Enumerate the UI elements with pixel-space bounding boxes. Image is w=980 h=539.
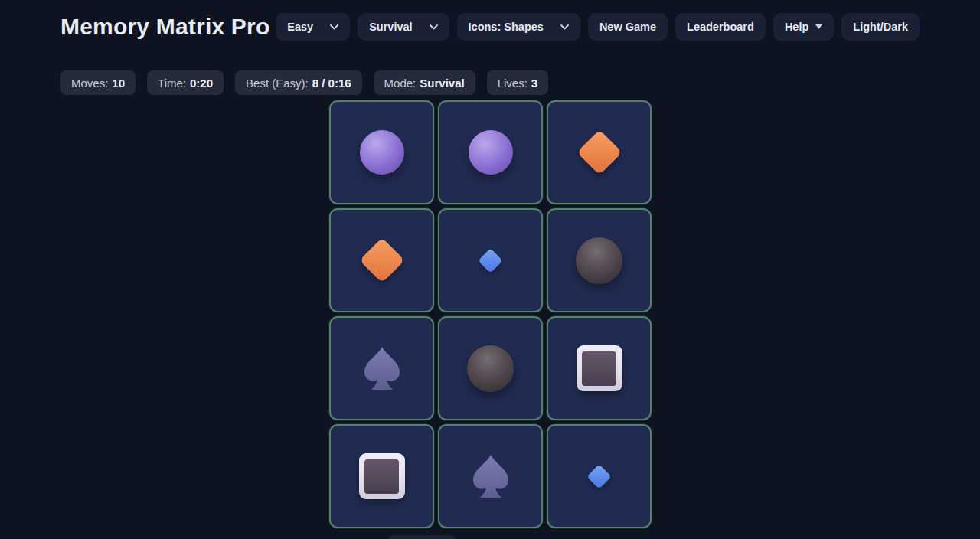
new-game-button[interactable]: New Game [588, 13, 668, 41]
card[interactable] [547, 424, 652, 528]
card[interactable] [438, 316, 543, 420]
orange-diamond-icon [577, 129, 622, 175]
header: Memory Matrix Pro Easy Survival Icons: S… [0, 0, 980, 44]
chevron-down-icon [330, 24, 338, 30]
moves-stat: Moves: 10 [60, 70, 136, 95]
mode-label: Mode: [384, 77, 416, 90]
stats-bar: Moves: 10 Time: 0:20 Best (Easy): 8 / 0:… [0, 70, 980, 95]
chevron-down-icon [430, 24, 438, 30]
white-square-inner [364, 459, 399, 494]
icon-set-select-value: Icons: Shapes [469, 21, 544, 33]
time-label: Time: [158, 77, 186, 90]
time-stat: Time: 0:20 [147, 70, 224, 95]
caret-down-icon [815, 24, 822, 29]
app-title: Memory Matrix Pro [60, 14, 270, 40]
card[interactable] [329, 208, 434, 312]
white-square-icon [359, 453, 405, 499]
card[interactable] [329, 424, 434, 528]
card[interactable] [329, 100, 434, 204]
card[interactable] [547, 316, 652, 420]
best-stat: Best (Easy): 8 / 0:16 [235, 70, 362, 95]
spade-icon [358, 344, 407, 393]
white-square-inner [582, 351, 616, 386]
lives-label: Lives: [498, 77, 528, 90]
lives-value: 3 [531, 77, 537, 90]
difficulty-select[interactable]: Easy [276, 13, 350, 41]
mode-value: Survival [420, 77, 464, 90]
card[interactable] [329, 316, 434, 420]
lives-stat: Lives: 3 [487, 70, 549, 95]
card[interactable] [438, 208, 543, 312]
purple-circle-icon [469, 130, 513, 175]
difficulty-select-value: Easy [287, 21, 313, 33]
card[interactable] [547, 100, 652, 204]
theme-toggle-button[interactable]: Light/Dark [841, 13, 920, 41]
card[interactable] [438, 100, 543, 204]
mode-select-value: Survival [369, 21, 412, 33]
best-value: 8 / 0:16 [312, 77, 351, 90]
time-value: 0:20 [190, 77, 213, 90]
moves-label: Moves: [71, 77, 108, 90]
leaderboard-button[interactable]: Leaderboard [675, 13, 766, 41]
icon-set-select[interactable]: Icons: Shapes [457, 13, 580, 41]
purple-circle-icon [360, 130, 404, 175]
best-label: Best (Easy): [246, 77, 309, 90]
header-controls: Easy Survival Icons: Shapes New Game Lea… [276, 13, 920, 41]
partial-element-bottom [389, 535, 455, 539]
blue-diamond-icon [586, 464, 612, 489]
card[interactable] [547, 208, 652, 312]
game-page: Memory Matrix Pro Easy Survival Icons: S… [0, 0, 980, 539]
blue-diamond-icon [478, 248, 503, 273]
chevron-down-icon [560, 24, 569, 30]
mode-stat: Mode: Survival [374, 70, 475, 95]
moves-value: 10 [112, 77, 125, 90]
help-button-label: Help [785, 21, 808, 33]
card-grid [329, 100, 652, 528]
card[interactable] [438, 424, 543, 528]
dark-sphere-icon [576, 237, 622, 284]
dark-sphere-icon [467, 345, 514, 392]
help-button[interactable]: Help [773, 13, 834, 41]
mode-select[interactable]: Survival [358, 13, 449, 41]
white-square-icon [577, 345, 622, 391]
spade-icon [466, 452, 515, 501]
orange-diamond-icon [359, 237, 404, 283]
